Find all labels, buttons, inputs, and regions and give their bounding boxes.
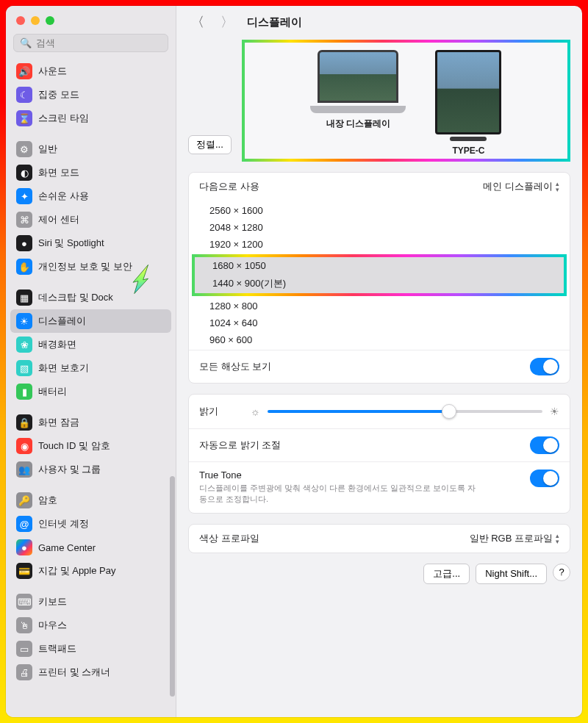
sidebar-item-printers[interactable]: 🖨프린터 및 스캐너	[10, 661, 171, 684]
sidebar-item-keyboard[interactable]: ⌨키보드	[10, 590, 171, 614]
battery-icon: ▮	[16, 384, 32, 400]
advanced-button[interactable]: 고급...	[423, 564, 470, 584]
display-builtin-label: 내장 디스플레이	[326, 118, 390, 130]
show-all-toggle[interactable]	[530, 358, 559, 375]
sidebar-item-passwords[interactable]: 🔑암호	[10, 489, 171, 512]
users-groups-icon: 👥	[16, 461, 32, 478]
sidebar: 🔍 🔊사운드☾집중 모드⌛스크린 타임⚙︎일반◐화면 모드✦손쉬운 사용⌘제어 …	[6, 6, 176, 717]
desktop-dock-icon: ▦	[16, 289, 32, 306]
sidebar-item-trackpad[interactable]: ▭트랙패드	[10, 637, 171, 661]
sidebar-item-label: 화면 잠금	[38, 416, 79, 429]
brightness-slider[interactable]	[268, 410, 542, 413]
control-center-icon: ⌘	[16, 212, 32, 228]
displays-icon: ☀	[16, 313, 32, 329]
sidebar-item-label: 일반	[38, 143, 57, 156]
updown-icon: ▴▾	[556, 533, 559, 544]
appearance-icon: ◐	[16, 165, 32, 181]
screen-time-icon: ⌛	[16, 110, 32, 126]
privacy-icon: ✋	[16, 259, 32, 275]
resolution-option[interactable]: 1920 × 1200	[189, 236, 570, 253]
sidebar-item-label: 화면 모드	[38, 166, 79, 179]
monitor-icon	[435, 50, 501, 141]
sidebar-item-lock-screen[interactable]: 🔒화면 잠금	[10, 411, 171, 434]
sidebar-item-label: 암호	[38, 494, 57, 507]
resolution-option[interactable]: 960 × 600	[189, 331, 570, 348]
sidebar-item-label: 사운드	[38, 65, 67, 78]
resolution-option[interactable]: 1680 × 1050	[195, 257, 564, 274]
night-shift-button[interactable]: Night Shift...	[476, 564, 547, 584]
passwords-icon: 🔑	[16, 492, 32, 508]
wallpaper-icon: ❀	[16, 337, 32, 353]
minimize-window-button[interactable]	[31, 16, 40, 25]
sidebar-item-desktop-dock[interactable]: ▦데스크탑 및 Dock	[10, 286, 171, 309]
game-center-icon: ●	[16, 539, 32, 555]
printers-icon: 🖨	[16, 664, 32, 680]
resolution-option[interactable]: 1024 × 640	[189, 314, 570, 331]
resolution-option[interactable]: 2560 × 1600	[189, 202, 570, 219]
auto-brightness-toggle[interactable]	[530, 436, 559, 454]
sidebar-item-label: 집중 모드	[38, 88, 79, 101]
auto-brightness-label: 자동으로 밝기 조절	[199, 439, 281, 452]
color-profile-row[interactable]: 색상 프로파일 일반 RGB 프로파일 ▴▾	[189, 525, 570, 553]
trackpad-icon: ▭	[16, 641, 32, 657]
sidebar-scrollbar-thumb[interactable]	[170, 476, 175, 697]
sidebar-item-mouse[interactable]: 🖱마우스	[10, 614, 171, 637]
sidebar-item-label: 디스플레이	[38, 314, 86, 328]
zoom-window-button[interactable]	[46, 16, 54, 25]
sidebar-item-sound[interactable]: 🔊사운드	[10, 60, 171, 83]
help-button[interactable]: ?	[553, 564, 570, 581]
sidebar-item-wallet[interactable]: 💳지갑 및 Apple Pay	[10, 559, 171, 583]
resolution-option[interactable]: 1280 × 800	[189, 298, 570, 314]
lock-screen-icon: 🔒	[16, 414, 32, 431]
sidebar-item-game-center[interactable]: ●Game Center	[10, 536, 171, 559]
slider-knob[interactable]	[442, 404, 456, 419]
resolution-option[interactable]: 1440 × 900(기본)	[195, 274, 564, 293]
forward-button: 〉	[218, 13, 237, 31]
search-input[interactable]	[36, 37, 162, 48]
sidebar-item-battery[interactable]: ▮배터리	[10, 380, 171, 403]
sidebar-item-appearance[interactable]: ◐화면 모드	[10, 161, 171, 184]
color-profile-select[interactable]: 일반 RGB 프로파일 ▴▾	[470, 532, 559, 545]
keyboard-icon: ⌨	[16, 594, 32, 610]
wallet-icon: 💳	[16, 563, 32, 579]
close-window-button[interactable]	[16, 16, 25, 25]
sidebar-item-label: Touch ID 및 암호	[38, 439, 110, 453]
sidebar-item-touch-id[interactable]: ◉Touch ID 및 암호	[10, 434, 171, 458]
sidebar-item-label: 화면 보호기	[38, 362, 89, 375]
sidebar-item-screen-time[interactable]: ⌛스크린 타임	[10, 107, 171, 130]
back-button[interactable]: 〈	[188, 13, 207, 31]
sidebar-item-focus[interactable]: ☾집중 모드	[10, 83, 171, 107]
sidebar-item-label: 개인정보 보호 및 보안	[38, 260, 132, 273]
display-builtin[interactable]: 내장 디스플레이	[310, 50, 406, 156]
sidebar-scrollbar[interactable]	[170, 79, 175, 638]
true-tone-row: True Tone 디스플레이를 주변광에 맞춰 색상이 다른 환경에서도 일관…	[189, 461, 570, 513]
sidebar-item-label: 인터넷 계정	[38, 517, 89, 530]
display-external[interactable]: TYPE-C	[435, 50, 501, 156]
display-arrangement-box: 내장 디스플레이 TYPE-C	[242, 40, 570, 162]
accessibility-icon: ✦	[16, 188, 32, 204]
sun-low-icon: ☼	[251, 406, 260, 417]
sidebar-item-control-center[interactable]: ⌘제어 센터	[10, 208, 171, 231]
sidebar-item-label: 손쉬운 사용	[38, 190, 89, 203]
toolbar: 〈 〉 디스플레이	[176, 6, 582, 37]
sidebar-item-wallpaper[interactable]: ❀배경화면	[10, 333, 171, 356]
true-tone-toggle[interactable]	[530, 470, 559, 487]
sidebar-item-screensaver[interactable]: ▧화면 보호기	[10, 356, 171, 380]
sidebar-item-displays[interactable]: ☀디스플레이	[10, 309, 171, 333]
search-field[interactable]: 🔍	[13, 34, 168, 52]
sidebar-item-privacy[interactable]: ✋개인정보 보호 및 보안	[10, 255, 171, 278]
sidebar-item-label: 프린터 및 스캐너	[38, 666, 110, 679]
screensaver-icon: ▧	[16, 360, 32, 376]
arrange-button[interactable]: 정렬...	[188, 135, 232, 154]
sidebar-item-accessibility[interactable]: ✦손쉬운 사용	[10, 184, 171, 208]
sidebar-item-siri[interactable]: ●Siri 및 Spotlight	[10, 231, 171, 255]
sidebar-item-internet-acc[interactable]: @인터넷 계정	[10, 512, 171, 536]
use-as-row[interactable]: 다음으로 사용 메인 디스플레이 ▴▾	[189, 173, 570, 201]
resolution-option[interactable]: 2048 × 1280	[189, 219, 570, 236]
page-title: 디스플레이	[247, 15, 302, 29]
use-as-select[interactable]: 메인 디스플레이 ▴▾	[483, 180, 559, 193]
sidebar-item-general[interactable]: ⚙︎일반	[10, 137, 171, 161]
brightness-label: 밝기	[199, 405, 243, 418]
sidebar-item-users-groups[interactable]: 👥사용자 및 그룹	[10, 458, 171, 481]
show-all-label: 모든 해상도 보기	[199, 360, 271, 373]
